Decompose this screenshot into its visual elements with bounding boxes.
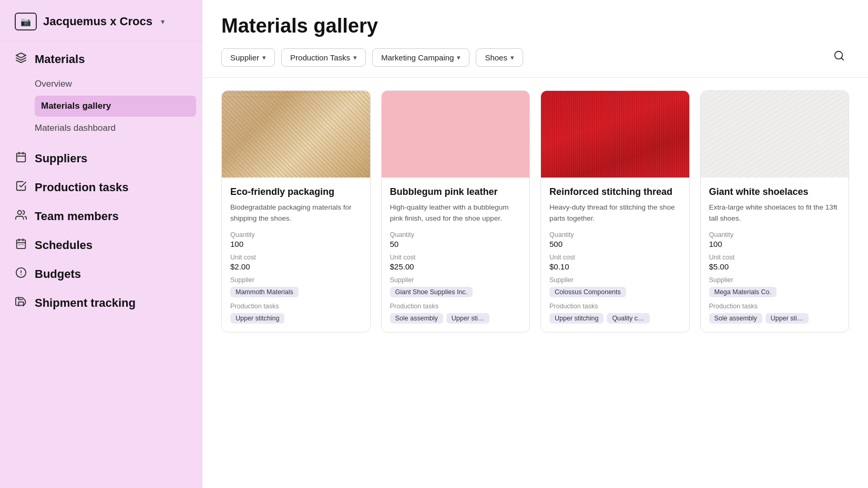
- sidebar-item-budgets-label: Budgets: [35, 267, 81, 281]
- card-body-red: Reinforced stitching thread Heavy-duty t…: [541, 178, 689, 332]
- sidebar-item-materials-dashboard[interactable]: Materials dashboard: [35, 118, 196, 139]
- filter-bar: Supplier ▾ Production Tasks ▾ Marketing …: [221, 48, 849, 67]
- svg-marker-0: [16, 53, 26, 58]
- card-body-eco: Eco-friendly packaging Biodegradable pac…: [222, 178, 370, 332]
- card-image-pink: [382, 91, 530, 178]
- card-production-tasks-label-white: Production tasks: [709, 303, 841, 310]
- cards-grid: Eco-friendly packaging Biodegradable pac…: [221, 90, 849, 333]
- sidebar-item-schedules[interactable]: Schedules: [0, 231, 202, 259]
- app-logo: 📷: [15, 13, 37, 30]
- card-desc-white: Extra-large white shoelaces to fit the 1…: [709, 202, 841, 224]
- card-unit-cost-eco: $2.00: [230, 262, 362, 271]
- card-unit-cost-label-pink: Unit cost: [390, 254, 522, 261]
- sidebar-item-production-tasks[interactable]: Production tasks: [0, 173, 202, 202]
- sidebar: 📷 Jacquemus x Crocs ▾ Materials Overview…: [0, 0, 202, 488]
- sidebar-sub-items-materials: Overview Materials gallery Materials das…: [0, 74, 202, 139]
- sidebar-item-production-tasks-label: Production tasks: [35, 181, 128, 194]
- logo-icon: 📷: [21, 17, 31, 27]
- filter-production-tasks[interactable]: Production Tasks ▾: [281, 48, 366, 67]
- filter-shoes-label: Shoes: [485, 53, 507, 62]
- card-production-tags-red: Upper stitching Quality c…: [549, 313, 681, 324]
- sidebar-item-materials-gallery[interactable]: Materials gallery: [35, 96, 196, 117]
- sidebar-item-shipment-tracking-label: Shipment tracking: [35, 296, 136, 310]
- card-quantity-label-pink: Quantity: [390, 231, 522, 238]
- card-production-tags-pink: Sole assembly Upper sti…: [390, 313, 522, 324]
- app-name: Jacquemus x Crocs: [43, 15, 152, 28]
- card-quantity-eco: 100: [230, 240, 362, 248]
- filter-supplier[interactable]: Supplier ▾: [221, 48, 275, 67]
- card-quantity-label-white: Quantity: [709, 231, 841, 238]
- card-supplier-tags-eco: Mammoth Materials: [230, 287, 362, 297]
- card-unit-cost-white: $5.00: [709, 262, 841, 271]
- card-quantity-white: 100: [709, 240, 841, 248]
- card-production-tasks-label-red: Production tasks: [549, 303, 681, 310]
- sidebar-item-suppliers[interactable]: Suppliers: [0, 144, 202, 173]
- card-title-eco: Eco-friendly packaging: [230, 186, 362, 198]
- search-button[interactable]: [829, 48, 849, 67]
- card-body-white: Giant white shoelaces Extra-large white …: [701, 178, 849, 332]
- sidebar-item-schedules-label: Schedules: [35, 238, 93, 252]
- card-reinforced-stitching-thread: Reinforced stitching thread Heavy-duty t…: [540, 90, 690, 333]
- marketing-chevron-icon: ▾: [457, 54, 461, 61]
- calendar-icon: [15, 151, 27, 165]
- sidebar-item-suppliers-label: Suppliers: [35, 152, 87, 165]
- page-title: Materials gallery: [221, 15, 849, 37]
- sidebar-item-team-members-label: Team members: [35, 210, 119, 223]
- main-content: Materials gallery Supplier ▾ Production …: [202, 0, 868, 488]
- sidebar-item-overview[interactable]: Overview: [35, 74, 196, 95]
- production-tag-white-1: Upper sti…: [765, 313, 809, 324]
- card-production-tags-white: Sole assembly Upper sti…: [709, 313, 841, 324]
- card-title-pink: Bubblegum pink leather: [390, 186, 522, 198]
- sidebar-group-materials[interactable]: Materials: [0, 46, 202, 72]
- shoes-chevron-icon: ▾: [510, 54, 514, 61]
- production-tag-pink-1: Upper sti…: [446, 313, 490, 324]
- card-unit-cost-label-white: Unit cost: [709, 254, 841, 261]
- layers-icon: [15, 52, 27, 66]
- card-unit-cost-label-eco: Unit cost: [230, 254, 362, 261]
- card-desc-eco: Biodegradable packaging materials for sh…: [230, 202, 362, 224]
- app-chevron-icon[interactable]: ▾: [161, 17, 165, 26]
- sidebar-item-shipment-tracking[interactable]: Shipment tracking: [0, 288, 202, 317]
- card-unit-cost-pink: $25.00: [390, 262, 522, 271]
- card-bubblegum-pink-leather: Bubblegum pink leather High-quality leat…: [381, 90, 530, 333]
- checkbox-icon: [15, 180, 27, 194]
- sidebar-item-team-members[interactable]: Team members: [0, 202, 202, 231]
- sidebar-item-budgets[interactable]: Budgets: [0, 259, 202, 288]
- users-icon: [15, 209, 27, 223]
- sidebar-section-materials: Materials Overview Materials gallery Mat…: [0, 41, 202, 144]
- card-eco-friendly-packaging: Eco-friendly packaging Biodegradable pac…: [221, 90, 371, 333]
- svg-line-17: [841, 58, 843, 60]
- card-production-tasks-label-eco: Production tasks: [230, 303, 362, 310]
- svg-rect-1: [17, 153, 26, 162]
- card-supplier-label-eco: Supplier: [230, 276, 362, 284]
- supplier-chevron-icon: ▾: [262, 54, 266, 61]
- production-tag-red-0: Upper stitching: [549, 313, 604, 324]
- card-quantity-label-eco: Quantity: [230, 231, 362, 238]
- filter-production-tasks-label: Production Tasks: [290, 53, 350, 62]
- card-image-red: [541, 91, 689, 178]
- filter-marketing-campaign[interactable]: Marketing Campaing ▾: [372, 48, 469, 67]
- card-body-pink: Bubblegum pink leather High-quality leat…: [382, 178, 530, 332]
- card-image-white: [701, 91, 849, 178]
- main-header: Materials gallery Supplier ▾ Production …: [202, 0, 868, 78]
- filter-shoes[interactable]: Shoes ▾: [476, 48, 523, 67]
- budget-icon: [15, 267, 27, 281]
- sidebar-header: 📷 Jacquemus x Crocs ▾: [0, 0, 202, 41]
- card-unit-cost-label-red: Unit cost: [549, 254, 681, 261]
- production-tag-white-0: Sole assembly: [709, 313, 762, 324]
- card-desc-red: Heavy-duty thread for stitching the shoe…: [549, 202, 681, 224]
- shipment-icon: [15, 296, 27, 310]
- schedule-icon: [15, 238, 27, 252]
- card-supplier-tags-white: Mega Materials Co.: [709, 287, 841, 297]
- card-quantity-pink: 50: [390, 240, 522, 248]
- card-image-eco: [222, 91, 370, 178]
- supplier-tag-pink: Giant Shoe Supplies Inc.: [390, 287, 473, 297]
- card-supplier-tags-pink: Giant Shoe Supplies Inc.: [390, 287, 522, 297]
- card-supplier-label-white: Supplier: [709, 276, 841, 284]
- svg-point-5: [18, 211, 22, 214]
- supplier-tag-eco: Mammoth Materials: [230, 287, 299, 297]
- card-title-red: Reinforced stitching thread: [549, 186, 681, 198]
- card-supplier-label-pink: Supplier: [390, 276, 522, 284]
- filter-marketing-campaign-label: Marketing Campaing: [381, 53, 454, 62]
- card-production-tasks-label-pink: Production tasks: [390, 303, 522, 310]
